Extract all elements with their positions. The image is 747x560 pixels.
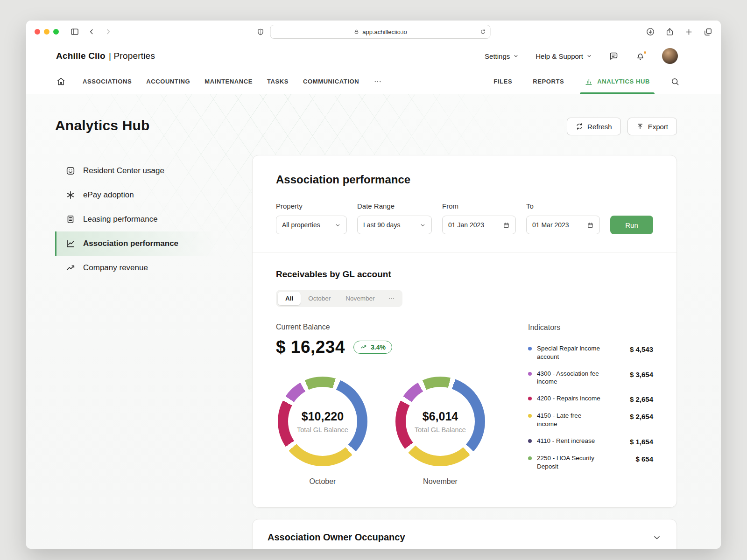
- user-avatar[interactable]: [662, 48, 678, 64]
- analytics-chart-icon: [585, 77, 593, 86]
- help-support-label: Help & Support: [536, 52, 583, 60]
- nav-item-associations[interactable]: ASSOCIATIONS: [83, 69, 132, 94]
- reload-icon[interactable]: [480, 28, 486, 35]
- tab-all[interactable]: All: [278, 292, 301, 305]
- sidebar-item-label: Resident Center usage: [83, 166, 164, 175]
- close-window-button[interactable]: [35, 29, 40, 35]
- legend-dot: [528, 397, 532, 400]
- legend-label: 2250 - HOA Security Deposit: [537, 454, 601, 471]
- nav-more-icon[interactable]: [374, 77, 382, 86]
- privacy-shield-icon[interactable]: [257, 28, 265, 36]
- nav-item-accounting[interactable]: ACCOUNTING: [146, 69, 190, 94]
- refresh-button[interactable]: Refresh: [567, 118, 621, 135]
- lock-icon: [353, 29, 359, 35]
- refresh-icon: [576, 123, 583, 130]
- legend-label: 4110 - Rent increase: [537, 437, 601, 445]
- donut-center: $6,014 Total GL Balance: [406, 387, 475, 456]
- chevron-down-icon: [335, 222, 341, 228]
- from-date-filter: From 01 Jan 2023: [442, 202, 516, 234]
- nav-item-analytics-hub[interactable]: ANALYTICS HUB: [585, 69, 650, 94]
- date-range-select-value: Last 90 days: [363, 221, 400, 229]
- nav-item-tasks[interactable]: TASKS: [267, 69, 289, 94]
- browser-actions: [646, 27, 712, 36]
- export-button[interactable]: Export: [627, 118, 677, 135]
- date-range-select[interactable]: Last 90 days: [357, 216, 432, 234]
- legend-value: $ 4,543: [630, 344, 653, 353]
- help-support-menu[interactable]: Help & Support: [536, 52, 592, 60]
- tab-november[interactable]: November: [338, 292, 382, 305]
- app-logo[interactable]: Achille Ciio| Properties: [56, 51, 155, 61]
- run-button[interactable]: Run: [610, 216, 653, 234]
- back-button[interactable]: [85, 25, 98, 38]
- share-icon[interactable]: [665, 28, 674, 36]
- minimize-window-button[interactable]: [44, 29, 49, 35]
- search-icon[interactable]: [670, 77, 680, 86]
- legend-row: 4110 - Rent increase $ 1,654: [528, 433, 653, 450]
- revenue-trend-icon: [65, 263, 76, 273]
- current-balance-label: Current Balance: [276, 323, 528, 331]
- sidebar-item-association-performance[interactable]: Association performance: [55, 231, 252, 256]
- app-header: Achille Ciio| Properties Settings Help &…: [26, 43, 721, 69]
- panel-title: Association performance: [276, 173, 653, 186]
- zoom-window-button[interactable]: [53, 29, 59, 35]
- page-actions: Refresh Export: [567, 118, 677, 135]
- tabs-more-icon[interactable]: [382, 292, 401, 305]
- legend-dot: [528, 372, 532, 376]
- new-tab-icon[interactable]: [684, 28, 693, 36]
- chevron-down-icon[interactable]: [652, 533, 662, 542]
- settings-menu[interactable]: Settings: [485, 52, 519, 60]
- sidebar-toggle-icon[interactable]: [68, 25, 81, 38]
- sidebar-item-epay-adoption[interactable]: ePay adoption: [55, 183, 252, 207]
- legend-label: 4200 - Repairs income: [537, 394, 601, 403]
- donut-center-label: Total GL Balance: [415, 426, 466, 434]
- indicators-title: Indicators: [528, 323, 653, 332]
- nav-item-reports[interactable]: REPORTS: [533, 69, 564, 94]
- nav-right-group: FILES REPORTS ANALYTICS HUB: [493, 69, 650, 94]
- donut-total-value: $10,220: [302, 410, 344, 423]
- from-date-input[interactable]: 01 Jan 2023: [442, 216, 516, 234]
- nav-item-maintenance[interactable]: MAINTENANCE: [204, 69, 253, 94]
- downloads-icon[interactable]: [646, 27, 655, 36]
- legend-value: $ 3,654: [630, 370, 653, 378]
- address-bar[interactable]: app.achilleciio.io: [270, 25, 491, 39]
- current-balance-value: $ 16,234: [276, 337, 345, 357]
- to-date-filter: To 01 Mar 2023: [526, 202, 600, 234]
- tab-overview-icon[interactable]: [704, 28, 712, 36]
- legend-label: 4300 - Association fee income: [537, 370, 601, 386]
- notification-dot: [643, 50, 647, 55]
- home-icon[interactable]: [56, 77, 66, 86]
- date-range-filter-label: Date Range: [357, 202, 432, 210]
- association-performance-icon: [65, 238, 76, 249]
- tab-october[interactable]: October: [301, 292, 338, 305]
- nav-item-files[interactable]: FILES: [493, 69, 512, 94]
- donut-chart-november[interactable]: $6,014 Total GL Balance: [395, 377, 485, 466]
- nav-item-communication[interactable]: COMMUNICATION: [303, 69, 359, 94]
- page-content: Analytics Hub Refresh Export: [26, 94, 721, 549]
- legend-value: $ 654: [635, 454, 653, 463]
- association-owner-occupancy-panel[interactable]: Association Owner Occupancy: [252, 519, 677, 549]
- sidebar-item-label: ePay adoption: [83, 190, 134, 200]
- donut-chart-october[interactable]: $10,220 Total GL Balance: [278, 377, 367, 466]
- forward-button[interactable]: [102, 25, 115, 38]
- legend-dot: [528, 456, 532, 460]
- notifications-bell-icon[interactable]: [635, 51, 645, 61]
- legend-label: 4150 - Late free income: [537, 412, 601, 428]
- chevron-down-icon: [586, 53, 592, 59]
- from-date-label: From: [442, 202, 516, 210]
- sidebar-item-company-revenue[interactable]: Company revenue: [55, 256, 252, 280]
- from-date-value: 01 Jan 2023: [448, 221, 484, 229]
- nav-left-group: ASSOCIATIONS ACCOUNTING MAINTENANCE TASK…: [83, 69, 382, 94]
- legend-row: 4300 - Association fee income $ 3,654: [528, 365, 653, 391]
- epay-icon: [65, 190, 76, 200]
- sidebar-item-leasing-performance[interactable]: Leasing performance: [55, 207, 252, 231]
- sidebar-item-resident-center-usage[interactable]: Resident Center usage: [55, 159, 252, 183]
- to-date-input[interactable]: 01 Mar 2023: [526, 216, 600, 234]
- legend-row: 4150 - Late free income $ 2,654: [528, 407, 653, 433]
- chat-icon[interactable]: [609, 51, 619, 61]
- property-select[interactable]: All properties: [276, 216, 347, 234]
- refresh-label: Refresh: [587, 123, 612, 131]
- legend-row: 4200 - Repairs income $ 2,654: [528, 390, 653, 407]
- legend-dot: [528, 414, 532, 418]
- association-performance-panel: Association performance Property All pro…: [252, 155, 677, 508]
- sidebar-item-label: Association performance: [83, 239, 178, 248]
